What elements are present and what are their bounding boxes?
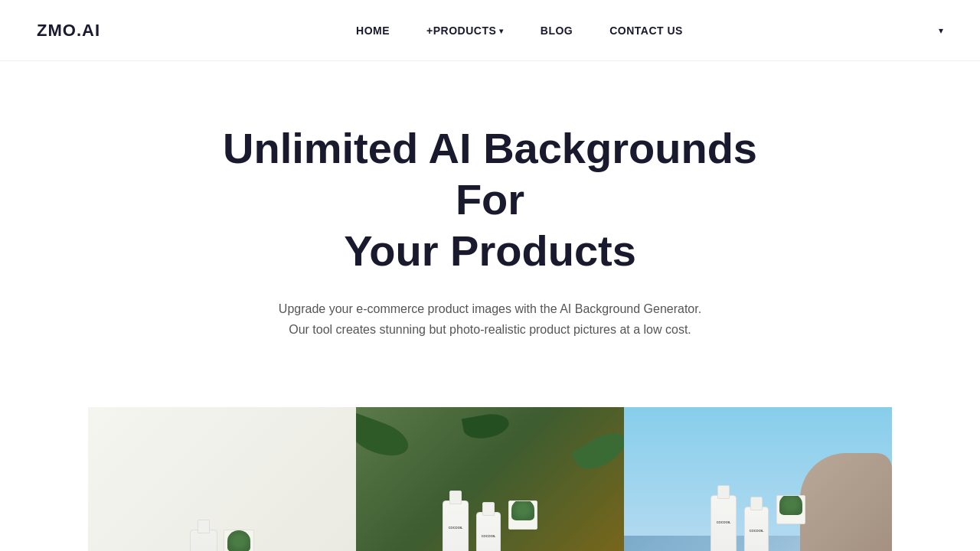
main-nav: HOME +PRODUCTS ▾ BLOG CONTACT US <box>341 17 698 44</box>
logo[interactable]: ZMO.AI <box>37 21 100 41</box>
bottle-right-2: COCOOIL <box>744 507 769 551</box>
bottle-left-1: OIL <box>190 530 217 551</box>
plant-leaves <box>227 530 250 551</box>
cliff-decoration <box>800 453 892 551</box>
header-right: ▾ <box>939 25 943 36</box>
chevron-down-icon: ▾ <box>499 27 504 35</box>
nav-blog[interactable]: BLOG <box>525 17 588 44</box>
plant-pot-left <box>224 530 254 551</box>
plant-leaves-middle <box>511 500 534 520</box>
leaf-decoration-3 <box>462 411 511 442</box>
nav-home[interactable]: HOME <box>341 17 405 44</box>
bottle-label-middle2: COCOOIL <box>482 534 496 538</box>
bottle-group-right: COCOOIL COCOOIL <box>710 495 805 551</box>
plant-leaves-right <box>779 495 802 515</box>
nav-products[interactable]: +PRODUCTS ▾ <box>411 17 519 44</box>
nav-contact[interactable]: CONTACT US <box>594 17 698 44</box>
product-images-section: OIL COCOOIL COCOOIL <box>0 407 980 551</box>
bottle-middle-2: COCOOIL <box>476 512 501 551</box>
bottle-label-middle: COCOOIL <box>449 526 463 530</box>
hero-heading-line2: Your Products <box>344 227 636 275</box>
hero-desc-line2: Our tool creates stunning but photo-real… <box>289 323 691 336</box>
product-card-middle: COCOOIL COCOOIL <box>356 407 624 551</box>
hero-desc-line1: Upgrade your e-commerce product images w… <box>279 302 701 315</box>
hero-heading: Unlimited AI Backgrounds For Your Produc… <box>207 122 773 277</box>
plant-pot-right <box>776 495 805 524</box>
leaf-decoration-1 <box>356 412 413 462</box>
hero-heading-line1: Unlimited AI Backgrounds For <box>223 124 757 223</box>
bottle-group-middle: COCOOIL COCOOIL <box>443 500 537 551</box>
hero-description: Upgrade your e-commerce product images w… <box>245 298 735 340</box>
nav-products-label: +PRODUCTS <box>426 24 496 37</box>
header: ZMO.AI HOME +PRODUCTS ▾ BLOG CONTACT US … <box>0 0 980 61</box>
plant-pot-middle <box>508 500 537 530</box>
product-card-right: COCOOIL COCOOIL <box>624 407 892 551</box>
bottle-label-right: COCOOIL <box>717 520 731 524</box>
bottle-middle-1: COCOOIL <box>443 500 469 551</box>
product-card-left: OIL <box>88 407 356 551</box>
hero-section: Unlimited AI Backgrounds For Your Produc… <box>0 61 980 370</box>
bottle-group-left: OIL <box>190 530 254 551</box>
bottle-label-right2: COCOOIL <box>750 529 764 533</box>
bottle-right-1: COCOOIL <box>710 495 737 551</box>
leaf-decoration-2 <box>571 426 624 476</box>
chevron-down-icon[interactable]: ▾ <box>939 25 943 36</box>
